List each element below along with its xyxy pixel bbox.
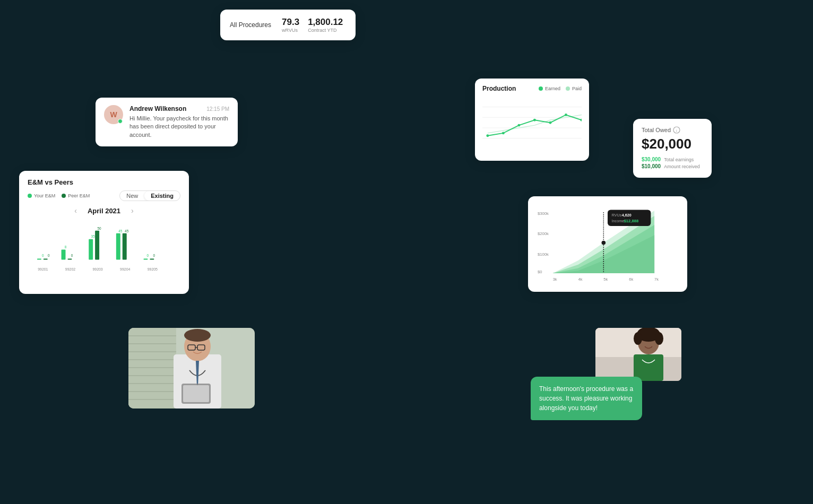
svg-text:35: 35 <box>91 234 96 238</box>
svg-rect-77 <box>183 385 209 402</box>
svg-rect-20 <box>62 250 66 260</box>
amount-received-desc: Amount received <box>664 164 700 169</box>
earned-dot <box>539 86 543 91</box>
svg-point-84 <box>655 332 663 345</box>
em-toggle[interactable]: New Existing <box>119 190 180 201</box>
message-text: Hi Millie. Your paycheck for this month … <box>129 115 229 139</box>
chat-message: This afternoon's procedure was a success… <box>539 385 633 412</box>
total-owed-label: Total Owed <box>642 127 671 133</box>
amount-received-row: $10,000 Amount received <box>642 163 703 169</box>
rvu-chart-svg: $300k $200k $100k $0 3k 4k 5k 6k 7k RVUs… <box>537 204 679 284</box>
svg-text:0: 0 <box>48 254 50 257</box>
production-title: Production <box>482 85 516 92</box>
toggle-new-btn[interactable]: New <box>120 191 144 201</box>
svg-text:$12,888: $12,888 <box>624 219 639 223</box>
svg-point-52 <box>602 241 606 245</box>
svg-point-9 <box>565 114 567 116</box>
wrvus-value: 79.3 <box>282 17 299 28</box>
production-chart-svg <box>482 97 582 149</box>
owed-breakdown: $30,000 Total earnings $10,000 Amount re… <box>642 157 703 169</box>
production-legend: Earned Paid <box>539 86 582 91</box>
procedures-card: All Procedures 79.3 wRVUs 1,800.12 Contr… <box>220 10 356 40</box>
svg-point-4 <box>486 134 489 137</box>
avatar: W <box>104 105 123 124</box>
total-owed-card: Total Owed i $20,000 $30,000 Total earni… <box>633 119 712 178</box>
legend-earned: Earned <box>539 86 560 91</box>
doctor-image <box>128 328 255 409</box>
message-content: Andrew Wilkenson 12:15 PM Hi Millie. You… <box>129 105 229 139</box>
peer-em-dot <box>62 194 66 198</box>
svg-rect-32 <box>123 233 127 260</box>
svg-text:0: 0 <box>147 254 149 257</box>
prev-month-btn[interactable]: ‹ <box>74 206 77 215</box>
svg-rect-37 <box>150 258 154 259</box>
message-time: 12:15 PM <box>206 106 229 112</box>
svg-text:4k: 4k <box>578 277 582 282</box>
rvu-chart-card: $300k $200k $100k $0 3k 4k 5k 6k 7k RVUs… <box>528 196 687 292</box>
svg-text:50: 50 <box>97 227 101 230</box>
svg-point-7 <box>533 119 536 121</box>
info-icon: i <box>673 126 680 134</box>
svg-text:$200k: $200k <box>538 231 549 236</box>
svg-point-5 <box>502 132 505 134</box>
chat-bubble: This afternoon's procedure was a success… <box>531 377 642 420</box>
total-earnings-desc: Total earnings <box>664 157 694 162</box>
contract-stat: 1,800.12 Contract YTD <box>308 17 343 33</box>
contract-value: 1,800.12 <box>308 17 343 28</box>
em-month-nav: ‹ April 2021 › <box>28 206 180 215</box>
svg-text:45: 45 <box>118 229 123 233</box>
online-indicator <box>118 119 123 124</box>
em-controls: Your E&M Peer E&M New Existing <box>28 190 180 201</box>
em-chart-title: E&M vs Peers <box>28 178 180 186</box>
svg-text:$0: $0 <box>538 270 542 274</box>
svg-text:$300k: $300k <box>538 211 549 216</box>
em-bar-chart: 99201 0 0 99202 8 0 99203 35 50 99204 45… <box>28 219 180 272</box>
svg-rect-35 <box>143 258 148 259</box>
your-em-dot <box>28 194 32 198</box>
svg-text:99205: 99205 <box>148 267 158 271</box>
svg-text:99201: 99201 <box>38 267 48 271</box>
procedures-label: All Procedures <box>230 21 271 29</box>
svg-text:0: 0 <box>153 254 155 257</box>
svg-text:Income: Income <box>612 219 624 223</box>
svg-text:$100k: $100k <box>538 252 549 257</box>
svg-text:99203: 99203 <box>92 267 102 271</box>
svg-rect-27 <box>95 231 99 260</box>
svg-text:45: 45 <box>125 229 129 233</box>
svg-text:3k: 3k <box>553 277 557 282</box>
svg-point-6 <box>517 124 520 127</box>
total-earnings-value: $30,000 <box>642 157 661 162</box>
toggle-existing-btn[interactable]: Existing <box>144 191 180 201</box>
total-owed-amount: $20,000 <box>642 136 703 152</box>
svg-text:i: i <box>676 128 677 133</box>
svg-text:99204: 99204 <box>120 267 130 271</box>
svg-text:8: 8 <box>65 245 67 249</box>
message-header: Andrew Wilkenson 12:15 PM <box>129 105 229 112</box>
peer-em-legend: Peer E&M <box>62 193 90 198</box>
paid-dot <box>566 86 570 91</box>
nurse-scene <box>595 328 681 381</box>
message-card: W Andrew Wilkenson 12:15 PM Hi Millie. Y… <box>96 98 238 146</box>
wrvus-stat: 79.3 wRVUs <box>282 17 299 33</box>
procedures-stats: 79.3 wRVUs 1,800.12 Contract YTD <box>282 17 343 33</box>
nurse-image <box>595 328 681 381</box>
sender-name: Andrew Wilkenson <box>129 105 186 112</box>
amount-received-value: $10,000 <box>642 163 661 169</box>
svg-rect-22 <box>67 258 72 259</box>
svg-rect-15 <box>37 258 41 259</box>
wrvus-label: wRVUs <box>282 28 299 33</box>
em-month: April 2021 <box>88 207 120 215</box>
svg-point-71 <box>184 329 211 342</box>
svg-rect-30 <box>116 233 120 260</box>
production-card: Production Earned Paid <box>475 79 589 161</box>
svg-text:RVUs: RVUs <box>612 213 622 218</box>
svg-text:4,620: 4,620 <box>622 213 632 218</box>
svg-point-83 <box>634 332 642 345</box>
svg-rect-17 <box>44 258 48 259</box>
total-earnings-row: $30,000 Total earnings <box>642 157 703 162</box>
svg-text:6k: 6k <box>629 277 633 282</box>
legend-paid: Paid <box>566 86 582 91</box>
your-em-legend: Your E&M <box>28 193 55 198</box>
next-month-btn[interactable]: › <box>131 206 134 215</box>
svg-rect-53 <box>608 210 651 226</box>
